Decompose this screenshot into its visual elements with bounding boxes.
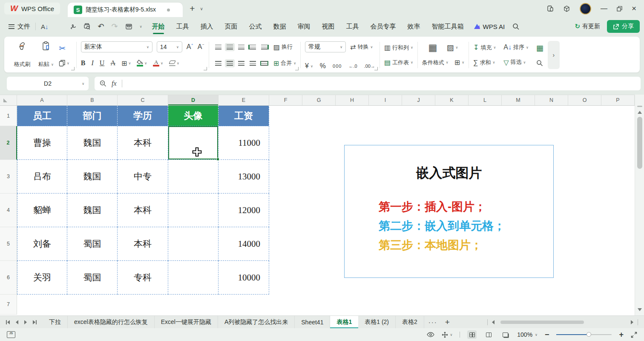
col-header-K[interactable]: K — [435, 95, 469, 105]
scroll-up-icon[interactable] — [638, 111, 642, 114]
hscroll-left-icon[interactable] — [492, 320, 494, 324]
col-header-M[interactable]: M — [502, 95, 535, 105]
cell-D5[interactable] — [168, 227, 218, 261]
app-brand[interactable]: W WPS Office — [4, 3, 60, 14]
decrease-font-button[interactable]: A⁻ — [198, 43, 204, 51]
cell-B2[interactable]: 魏国 — [67, 126, 118, 160]
quick-sort-button[interactable]: A↓ — [41, 23, 49, 30]
rows-columns-button[interactable]: ▥行和列∨ — [384, 43, 413, 52]
sort-button[interactable]: A↓排序∨ — [503, 43, 529, 51]
tab-tools-1[interactable]: 工具 — [176, 21, 190, 32]
hscroll-right-icon[interactable] — [631, 320, 633, 324]
ribbon-expand-button[interactable]: › — [548, 41, 560, 69]
fill-color-button[interactable]: ∨ — [137, 60, 147, 66]
autosum-button[interactable]: ∑求和∨ — [473, 59, 496, 66]
col-header-F[interactable]: F — [269, 95, 302, 105]
last-sheet-button[interactable] — [33, 320, 37, 324]
undo-button[interactable]: ↶ — [98, 22, 104, 31]
header-cell-B1[interactable]: 部门 — [67, 106, 118, 126]
hscroll-right-split[interactable] — [638, 319, 638, 325]
search-icon[interactable] — [512, 23, 520, 30]
strikethrough-button[interactable]: A — [110, 59, 115, 67]
cells-tool-icon[interactable]: ▦ — [536, 43, 543, 53]
cell-C2[interactable]: 本科 — [118, 126, 168, 160]
copy-button[interactable]: ∨ — [59, 60, 69, 67]
hscroll-left-split[interactable] — [487, 319, 488, 325]
document-tab[interactable]: S 随堂练习-表格素材9-5.xlsx — [68, 3, 183, 17]
cell-name-box[interactable]: D2 ∨ — [7, 77, 89, 90]
view-page-button[interactable] — [500, 330, 510, 339]
sheet-tab-xiala[interactable]: 下拉 — [43, 316, 68, 329]
vertical-scrollbar[interactable] — [635, 95, 644, 315]
alignment-dialog-launcher[interactable] — [295, 67, 299, 70]
cell-B3[interactable]: 魏国 — [67, 160, 118, 194]
convert-button[interactable]: ⇄转换∨ — [350, 43, 373, 51]
vertical-scroll-thumb[interactable] — [637, 117, 642, 169]
cell-style-grid-icon[interactable]: ▦ — [428, 42, 437, 53]
cell-C3[interactable]: 中专 — [118, 160, 168, 194]
cell-A2[interactable]: 曹操 — [17, 126, 67, 160]
horizontal-scroll-thumb[interactable] — [500, 321, 584, 324]
decrease-indent-button[interactable] — [248, 43, 258, 51]
minimize-button[interactable]: — — [601, 5, 607, 12]
formula-input[interactable]: fx — [95, 77, 641, 90]
zoom-slider[interactable] — [556, 334, 612, 335]
align-left-button[interactable] — [213, 59, 223, 67]
quick-toolbar-chevron-icon[interactable]: ∨ — [140, 25, 142, 29]
align-center-button[interactable] — [225, 59, 235, 67]
worksheet-button[interactable]: ▤工作表∨ — [384, 58, 413, 66]
tab-smart-toolbox[interactable]: 智能工具箱 — [431, 21, 464, 32]
print-preview-button[interactable] — [83, 23, 91, 30]
increase-decimal-button[interactable]: .00→ — [364, 64, 375, 69]
close-button[interactable]: × — [632, 4, 636, 13]
merge-cells-button[interactable]: ⊞合并∨ — [273, 59, 296, 67]
font-size-select[interactable]: 14 ∨ — [157, 41, 182, 52]
bold-button[interactable]: B — [81, 59, 86, 67]
sheet-tab-sheet41[interactable]: Sheet41 — [295, 316, 330, 329]
tab-formula[interactable]: 公式 — [249, 21, 262, 32]
number-dialog-launcher[interactable] — [374, 67, 378, 70]
hamburger-icon[interactable] — [9, 24, 14, 29]
cell-A6[interactable]: 关羽 — [17, 261, 67, 295]
row-header-4[interactable]: 4 — [0, 194, 17, 227]
cell-B6[interactable]: 蜀国 — [67, 261, 118, 295]
format-painter-button[interactable]: 格式刷 — [11, 40, 33, 70]
font-dialog-launcher[interactable] — [204, 67, 207, 70]
col-header-O[interactable]: O — [568, 95, 601, 105]
col-header-P[interactable]: P — [601, 95, 635, 105]
zoom-out-button[interactable]: − — [545, 330, 549, 339]
col-header-H[interactable]: H — [336, 95, 369, 105]
align-right-button[interactable] — [236, 59, 246, 67]
underline-button[interactable]: U — [100, 59, 105, 67]
select-all-corner[interactable] — [0, 95, 17, 105]
file-menu[interactable]: 文件 — [17, 23, 30, 31]
next-sheet-button[interactable] — [24, 320, 27, 324]
cell-C5[interactable]: 本科 — [118, 227, 168, 261]
cell-D4[interactable] — [168, 194, 218, 227]
archive-box-icon[interactable] — [125, 23, 132, 30]
row-header-3[interactable]: 3 — [0, 160, 17, 194]
cell-E2[interactable]: 11000 — [218, 126, 269, 160]
percent-button[interactable]: % — [320, 62, 326, 70]
tab-efficiency[interactable]: 效率 — [407, 21, 421, 32]
stable-mode-cube-icon[interactable] — [563, 5, 570, 12]
new-tab-button[interactable]: + — [190, 3, 195, 14]
cell-E6[interactable]: 10000 — [218, 261, 269, 295]
row-header-7[interactable]: 7 — [0, 295, 17, 315]
cell-A4[interactable]: 貂蝉 — [17, 194, 67, 227]
fullscreen-icon[interactable] — [631, 332, 637, 338]
find-icon[interactable] — [536, 60, 543, 66]
instruction-textbox[interactable]: 嵌入式图片 第一步：插入-图片； 第二步：嵌入到单元格； 第三步：本地图片； — [344, 145, 554, 278]
format-as-table-icon-button[interactable]: ▨∨ — [446, 43, 458, 52]
sheet-tab-table2[interactable]: 表格2 — [396, 316, 424, 329]
col-header-J[interactable]: J — [402, 95, 435, 105]
col-header-E[interactable]: E — [218, 95, 269, 105]
zoom-in-button[interactable]: + — [619, 330, 624, 339]
align-middle-button[interactable] — [225, 43, 235, 51]
cell-A3[interactable]: 吕布 — [17, 160, 67, 194]
number-format-select[interactable]: 常规 ∨ — [305, 41, 346, 52]
cell-B5[interactable]: 蜀国 — [67, 227, 118, 261]
tab-home[interactable]: 开始 — [152, 21, 165, 32]
col-header-L[interactable]: L — [469, 95, 502, 105]
header-cell-C1[interactable]: 学历 — [118, 106, 168, 126]
